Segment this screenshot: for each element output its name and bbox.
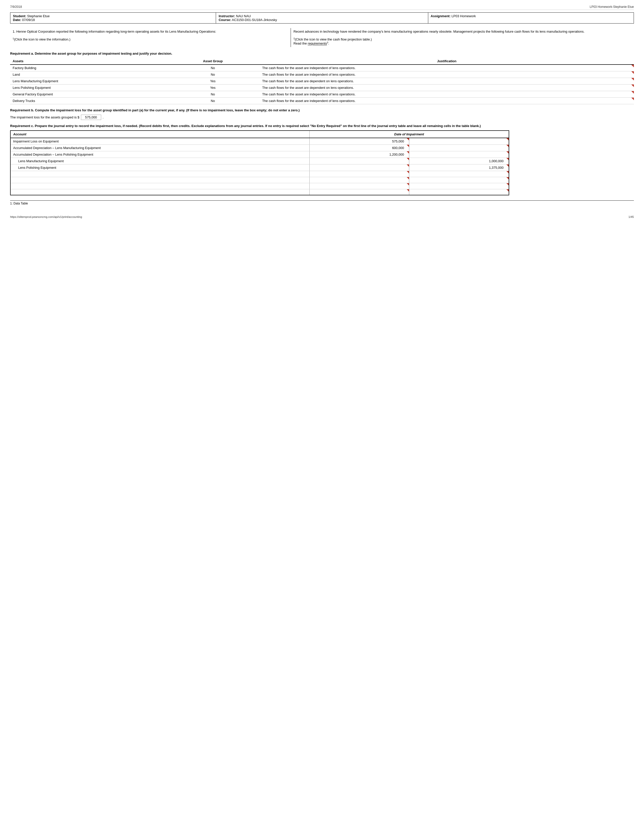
problem-right-text1: Recent advances in technology have rende…	[294, 30, 584, 33]
problem-left-text1: Henne Optical Corporation reported the f…	[16, 30, 216, 33]
journal-account	[10, 177, 309, 183]
req-b-header: Requirement b. Compute the impairment lo…	[10, 108, 634, 112]
journal-debit	[309, 158, 409, 164]
student-label: Student:	[13, 14, 26, 18]
corner-red-icon	[507, 151, 509, 154]
impairment-line: The impairment loss for the assets group…	[10, 115, 634, 120]
asset-name: Lens Polishing Equipment	[10, 84, 166, 91]
corner-red-icon	[407, 138, 409, 141]
req-b-label: Requirement b.	[10, 108, 34, 112]
student-info-table: Student: Stephanie Etue Date: 07/09/18 I…	[10, 12, 634, 24]
corner-mark-icon	[631, 84, 634, 87]
corner-red-icon	[407, 183, 409, 186]
course-value: AC3150-D01-SU18A-Jirkovsky	[232, 18, 277, 22]
journal-debit	[309, 183, 409, 189]
req-b-text: Compute the impairment loss for the asse…	[35, 108, 300, 112]
journal-credit	[409, 189, 509, 195]
asset-name: Lens Manufacturing Equipment	[10, 78, 166, 84]
asset-name: Land	[10, 71, 166, 78]
asset-group-value: No	[166, 97, 260, 104]
requirements-link[interactable]: requirements	[308, 42, 327, 45]
header-title: LP03 Homework-Stephanie Etue	[590, 5, 634, 9]
corner-mark-icon	[631, 71, 634, 74]
corner-red-icon	[407, 189, 409, 192]
date-label: Date:	[13, 18, 21, 22]
req-c-header: Requirement c. Prepare the journal entry…	[10, 124, 634, 128]
journal-account	[10, 189, 309, 195]
journal-account	[10, 183, 309, 189]
asset-group-value: No	[166, 71, 260, 78]
col-asset-group: Asset Group	[166, 58, 260, 65]
journal-account: Lens Polishing Equipment	[10, 164, 309, 171]
journal-col-account: Account	[10, 131, 309, 138]
journal-row	[10, 171, 509, 177]
corner-red-icon	[407, 158, 409, 160]
course-label: Course:	[218, 18, 231, 22]
corner-red-icon	[507, 138, 509, 141]
asset-justification: The cash flows for the asset are indepen…	[260, 97, 634, 104]
journal-debit	[309, 171, 409, 177]
corner-red-icon	[507, 189, 509, 192]
page-footer: https://xlitemprod.pearsoncmg.com/api/v1…	[10, 215, 634, 218]
impairment-period: .	[103, 115, 104, 119]
asset-name: Factory Building	[10, 65, 166, 71]
corner-red-icon	[407, 151, 409, 154]
date-value: 07/09/18	[22, 18, 35, 22]
corner-mark-icon	[631, 98, 634, 100]
asset-justification: The cash flows for the asset are indepen…	[260, 71, 634, 78]
footer-section: 1: Data Table	[10, 200, 634, 205]
corner-red-icon	[407, 165, 409, 167]
journal-row	[10, 183, 509, 189]
problem-number: 1.	[13, 30, 15, 33]
journal-row: Lens Manufacturing Equipment 1,000,000	[10, 158, 509, 164]
journal-account: Impairment Loss on Equipment	[10, 138, 309, 145]
problem-right-end: .	[328, 42, 329, 45]
header-date: 7/9/2018	[10, 5, 22, 9]
journal-account	[10, 171, 309, 177]
corner-mark-icon	[631, 65, 634, 67]
col-justification: Justification	[260, 58, 634, 65]
asset-justification: The cash flows for the asset are depende…	[260, 78, 634, 84]
journal-row: Lens Polishing Equipment 1,375,000	[10, 164, 509, 171]
req-c-label: Requirement c.	[10, 124, 34, 128]
journal-credit	[409, 183, 509, 189]
journal-debit: 1,200,000	[309, 151, 409, 158]
journal-credit	[409, 177, 509, 183]
journal-account: Accumulated Depreciation – Lens Polishin…	[10, 151, 309, 158]
asset-group-value: Yes	[166, 84, 260, 91]
corner-red-icon	[507, 171, 509, 173]
corner-red-icon	[507, 183, 509, 186]
asset-justification: The cash flows for the asset are depende…	[260, 84, 634, 91]
journal-table: Account Date of Impairment Impairment Lo…	[10, 130, 509, 196]
assets-row: Factory Building No The cash flows for t…	[10, 65, 634, 71]
student-name: Stephanie Etue	[27, 14, 50, 18]
corner-red-icon	[507, 177, 509, 179]
req-a-text: Determine the asset group for purposes o…	[35, 52, 172, 55]
assets-row: Delivery Trucks No The cash flows for th…	[10, 97, 634, 104]
journal-debit	[309, 164, 409, 171]
journal-row: Accumulated Depreciation – Lens Polishin…	[10, 151, 509, 158]
journal-debit	[309, 189, 409, 195]
journal-row: Accumulated Depreciation – Lens Manufact…	[10, 144, 509, 151]
assignment-value: LP03 Homework	[452, 14, 476, 18]
asset-group-value: No	[166, 91, 260, 97]
corner-red-icon	[407, 171, 409, 173]
journal-credit: 1,000,000	[409, 158, 509, 164]
journal-row	[10, 189, 509, 195]
problem-left-text2: (Click the icon to view the information.…	[14, 37, 70, 41]
journal-credit	[409, 138, 509, 145]
journal-account: Lens Manufacturing Equipment	[10, 158, 309, 164]
footer-note: 1: Data Table	[10, 202, 28, 205]
journal-debit	[309, 177, 409, 183]
corner-red-icon	[407, 145, 409, 147]
journal-credit: 1,375,000	[409, 164, 509, 171]
assets-row: Lens Manufacturing Equipment Yes The cas…	[10, 78, 634, 84]
problem-table: 1. Henne Optical Corporation reported th…	[10, 28, 634, 47]
req-c-text: Prepare the journal entry to record the …	[35, 124, 481, 128]
journal-account: Accumulated Depreciation – Lens Manufact…	[10, 144, 309, 151]
instructor-name: NAU NAU	[236, 14, 251, 18]
corner-mark-icon	[631, 91, 634, 94]
journal-credit	[409, 171, 509, 177]
journal-row: Impairment Loss on Equipment 575,000	[10, 138, 509, 145]
journal-credit	[409, 144, 509, 151]
